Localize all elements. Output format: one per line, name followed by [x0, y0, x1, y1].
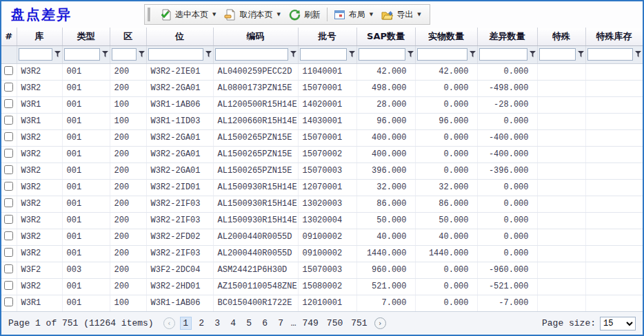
column-header-3[interactable]: 区 [110, 28, 146, 45]
layout-button[interactable]: 布局 ▼ [330, 7, 377, 23]
funnel-icon[interactable] [54, 51, 61, 58]
row-checkbox[interactable] [4, 83, 13, 92]
next-page-button[interactable]: › [374, 317, 386, 329]
table-row[interactable]: W3R2001200W3R2-2GA01AL1500265PZN15E15070… [1, 129, 643, 146]
page-number-4[interactable]: 4 [228, 317, 239, 329]
column-header-11[interactable]: 特殊库存 [585, 28, 643, 45]
cell-actual_qty: 0.000 [415, 162, 477, 179]
filter-input-col3[interactable] [112, 48, 137, 61]
table-row[interactable]: W3R2001200W3R2-2GA01AL0800173PZN15E15070… [1, 80, 643, 96]
page-number-3[interactable]: 3 [212, 317, 223, 329]
page-number-1[interactable]: 1 [180, 317, 192, 330]
cell-type: 001 [62, 179, 110, 196]
row-checkbox[interactable] [4, 281, 13, 290]
cancel-page-button[interactable]: 取消本页 ▼ [220, 7, 284, 23]
cancel-page-icon [224, 9, 236, 21]
filter-input-col7[interactable] [359, 48, 405, 61]
table-row[interactable]: W3R1001100W3R1-1ID03AL1200660R15H14E1403… [1, 113, 643, 129]
funnel-icon[interactable] [102, 51, 108, 58]
cell-special [537, 262, 585, 278]
row-checkbox[interactable] [4, 132, 13, 141]
table-row[interactable]: W3R1001100W3R1-1AB06AL1200500R15H14E1402… [1, 96, 643, 113]
funnel-icon[interactable] [139, 51, 145, 58]
cell-warehouse: W3F2 [17, 262, 62, 278]
cell-special_stock [585, 162, 643, 179]
column-header-8[interactable]: 实物数量 [415, 28, 477, 45]
column-header-9[interactable]: 差异数量 [477, 28, 537, 45]
cell-warehouse: W3R2 [17, 162, 62, 179]
table-row[interactable]: W3R1001100W3R1-1AB06BC0150400R1722E12010… [1, 295, 643, 311]
funnel-icon[interactable] [290, 51, 296, 58]
cell-special_stock [585, 212, 643, 229]
filter-input-col4[interactable] [148, 48, 203, 61]
filter-input-col8[interactable] [417, 48, 467, 61]
page-number-2[interactable]: 2 [196, 317, 208, 329]
table-row[interactable]: W3R2001200W3R2-2HD01AZ15001100548ZNE1508… [1, 278, 643, 295]
cell-location: W3R2-2HD01 [146, 278, 213, 295]
page-number-750[interactable]: 750 [325, 317, 345, 329]
table-row[interactable]: W3R2001200W3R2-2IF03AL1500930R15H14E1302… [1, 212, 643, 229]
cell-special [537, 80, 585, 96]
prev-page-button[interactable]: ‹ [163, 317, 175, 329]
table-row[interactable]: W3R2001200W3R2-2FD02AL2000440R0055D09100… [1, 229, 643, 245]
refresh-button[interactable]: 刷新 [285, 7, 325, 23]
export-button[interactable]: 导出 ▼ [377, 7, 425, 23]
column-header-1[interactable]: 库 [17, 28, 62, 45]
row-checkbox[interactable] [4, 66, 13, 75]
funnel-icon[interactable] [530, 51, 536, 58]
page-number-5[interactable]: 5 [243, 317, 255, 329]
row-checkbox[interactable] [4, 149, 13, 158]
page-number-751[interactable]: 751 [349, 317, 369, 329]
filter-input-col1[interactable] [19, 48, 52, 61]
table-row[interactable]: W3R2001200W3R2-2GA01AL1500265PZN15E15070… [1, 146, 643, 162]
select-page-button[interactable]: 选中本页 ▼ [156, 7, 220, 23]
column-header-5[interactable]: 编码 [213, 28, 298, 45]
filter-input-col2[interactable] [64, 48, 100, 61]
funnel-icon[interactable] [205, 51, 212, 58]
row-checkbox[interactable] [4, 99, 13, 108]
cell-special [537, 63, 585, 80]
cell-code: AZ15001100548ZNE [213, 278, 298, 295]
page-number-7[interactable]: 7 [275, 317, 287, 329]
cell-batch: 14030001 [298, 113, 356, 129]
table-row[interactable]: W3R2001200W3R2-2IF03AL2000440R0055D09100… [1, 245, 643, 262]
funnel-icon[interactable] [578, 51, 584, 58]
chevron-down-icon: ▼ [370, 12, 373, 17]
cell-sap_qty: 960.000 [356, 262, 415, 278]
row-checkbox[interactable] [4, 182, 13, 191]
cell-diff_qty: -28.000 [477, 96, 537, 113]
page-number-749[interactable]: 749 [300, 317, 320, 329]
row-checkbox[interactable] [4, 116, 13, 125]
funnel-icon[interactable] [349, 51, 355, 58]
page-size-select[interactable]: 15 [600, 317, 636, 330]
table-row[interactable]: W3R2001200W3R2-2ID01AL1500930R15H14E1207… [1, 179, 643, 196]
funnel-icon[interactable] [407, 51, 414, 58]
row-checkbox[interactable] [4, 264, 13, 273]
column-header-4[interactable]: 位 [146, 28, 213, 45]
column-header-0[interactable]: # [1, 28, 17, 45]
column-header-10[interactable]: 特殊 [537, 28, 585, 45]
table-row[interactable]: W3R2001200W3R2-2IE01AL0400259PECC2D11040… [1, 63, 643, 80]
table-row[interactable]: W3R2001200W3R2-2IF03AL1500930R15H14E1302… [1, 196, 643, 212]
page-number-6[interactable]: 6 [259, 317, 271, 329]
table-row[interactable]: W3F2003200W3F2-2DC04ASM24421P6H30D150700… [1, 262, 643, 278]
table-row[interactable]: W3R2001200W3R2-2GA01AL1500265PZN15E15070… [1, 162, 643, 179]
column-header-7[interactable]: SAP数量 [356, 28, 415, 45]
row-checkbox[interactable] [4, 165, 13, 174]
row-checkbox[interactable] [4, 198, 13, 207]
funnel-icon[interactable] [470, 51, 476, 58]
title-bar: 盘点差异 选中本页 ▼ [1, 1, 643, 28]
filter-input-col10[interactable] [539, 48, 576, 61]
row-checkbox[interactable] [4, 297, 13, 306]
funnel-icon[interactable] [635, 51, 641, 58]
filter-input-col5[interactable] [215, 48, 288, 61]
row-checkbox[interactable] [4, 248, 13, 257]
row-checkbox[interactable] [4, 231, 13, 240]
row-checkbox[interactable] [4, 215, 13, 224]
filter-input-col6[interactable] [300, 48, 347, 61]
toolbar-grip-handle[interactable] [148, 8, 151, 21]
filter-input-col11[interactable] [587, 48, 633, 61]
column-header-6[interactable]: 批号 [298, 28, 356, 45]
filter-input-col9[interactable] [479, 48, 527, 61]
column-header-2[interactable]: 类型 [62, 28, 110, 45]
